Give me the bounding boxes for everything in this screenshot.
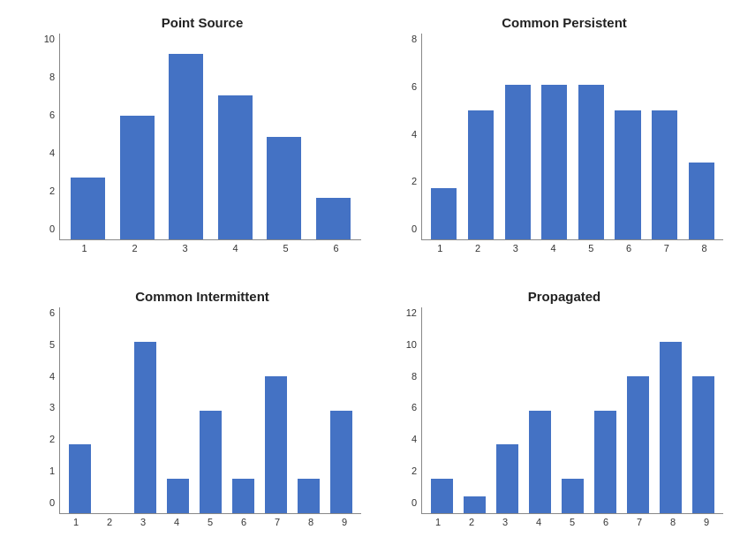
bar-group-2: [499, 34, 536, 239]
y-tick: 2: [412, 465, 417, 476]
chart-propagated: Propagated121086420123456789: [370, 280, 732, 554]
bar-7: [660, 342, 683, 513]
bar-6: [627, 376, 650, 513]
y-axis-common-intermittent: 6543210: [43, 307, 59, 527]
x-label-7: 8: [294, 514, 328, 527]
x-label-4: 5: [193, 514, 227, 527]
bar-8: [330, 411, 353, 514]
bar-group-6: [622, 307, 654, 513]
bar-group-4: [260, 34, 309, 239]
bar-5: [615, 110, 640, 239]
x-labels-common-intermittent: 123456789: [59, 514, 361, 527]
y-tick: 4: [412, 434, 417, 444]
y-tick: 12: [406, 307, 417, 318]
bar-group-5: [309, 34, 359, 239]
bar-5: [594, 411, 617, 514]
chart-title-common-persistent: Common Persistent: [405, 15, 723, 30]
bar-1: [120, 116, 155, 239]
y-tick: 1: [49, 465, 55, 476]
x-label-1: 2: [455, 514, 488, 527]
y-tick: 10: [44, 34, 55, 44]
x-label-7: 8: [656, 514, 690, 527]
y-tick: 6: [49, 110, 55, 120]
chart-inner-common-persistent: 12345678: [421, 34, 723, 254]
bar-group-3: [211, 34, 261, 239]
x-label-5: 6: [227, 514, 261, 527]
chart-area-common-intermittent: 6543210123456789: [43, 307, 361, 527]
bar-4: [562, 479, 585, 513]
bar-0: [431, 188, 457, 239]
chart-inner-common-intermittent: 123456789: [59, 307, 361, 527]
x-label-0: 1: [59, 514, 93, 527]
y-tick: 6: [49, 307, 55, 318]
x-label-1: 2: [109, 240, 160, 254]
x-labels-propagated: 123456789: [421, 514, 723, 527]
chart-area-common-persistent: 8642012345678: [405, 34, 723, 254]
bar-group-1: [458, 307, 491, 513]
x-label-4: 5: [572, 240, 610, 254]
bar-group-5: [609, 34, 646, 239]
y-tick: 2: [412, 176, 417, 186]
bar-group-2: [129, 307, 162, 513]
x-label-2: 3: [497, 240, 535, 254]
bars-area-common-persistent: [421, 34, 723, 240]
bar-group-3: [536, 34, 573, 239]
bar-group-7: [292, 307, 325, 513]
y-tick: 2: [49, 185, 55, 196]
chart-inner-point-source: 123456: [59, 34, 361, 254]
bar-group-0: [426, 34, 463, 239]
chart-common-intermittent: Common Intermittent6543210123456789: [8, 280, 370, 554]
bar-3: [218, 95, 253, 239]
chart-common-persistent: Common Persistent8642012345678: [370, 6, 732, 280]
chart-title-common-intermittent: Common Intermittent: [43, 289, 361, 304]
bar-1: [468, 110, 494, 239]
chart-title-point-source: Point Source: [43, 15, 361, 30]
bars-area-point-source: [59, 34, 361, 240]
bar-group-7: [654, 307, 687, 513]
bar-group-0: [64, 307, 96, 513]
bar-0: [69, 444, 92, 513]
chart-point-source: Point Source1086420123456: [8, 6, 370, 280]
y-tick: 3: [49, 402, 55, 412]
bar-2: [134, 342, 157, 513]
y-tick: 8: [412, 371, 417, 382]
y-tick: 4: [49, 371, 55, 382]
bar-5: [232, 479, 255, 513]
x-labels-point-source: 123456: [59, 240, 361, 254]
bar-group-1: [463, 34, 500, 239]
y-tick: 0: [49, 497, 55, 508]
bar-4: [267, 137, 301, 240]
bar-3: [541, 85, 567, 239]
x-label-0: 1: [59, 240, 109, 254]
bar-0: [71, 178, 105, 239]
x-label-5: 6: [311, 240, 361, 254]
bar-3: [529, 411, 552, 514]
x-label-3: 4: [210, 240, 261, 254]
bar-5: [316, 198, 351, 239]
bar-3: [167, 479, 190, 513]
bar-group-4: [556, 307, 589, 513]
bar-group-2: [491, 307, 524, 513]
y-axis-common-persistent: 86420: [405, 34, 421, 254]
bar-2: [169, 54, 203, 239]
y-axis-point-source: 1086420: [43, 34, 59, 254]
x-label-6: 7: [261, 514, 294, 527]
x-label-1: 2: [93, 514, 126, 527]
bar-group-6: [646, 34, 683, 239]
y-tick: 8: [412, 34, 417, 44]
bar-group-5: [227, 307, 260, 513]
bar-group-6: [260, 307, 292, 513]
bar-6: [652, 110, 677, 239]
x-label-3: 4: [534, 240, 572, 254]
chart-area-point-source: 1086420123456: [43, 34, 361, 254]
charts-grid: Point Source1086420123456Common Persiste…: [8, 6, 732, 554]
bars-area-common-intermittent: [59, 307, 361, 514]
y-tick: 2: [49, 434, 55, 444]
bar-group-1: [96, 307, 129, 513]
x-labels-common-persistent: 12345678: [421, 240, 723, 254]
chart-title-propagated: Propagated: [405, 289, 723, 304]
x-label-2: 3: [160, 240, 210, 254]
y-axis-propagated: 121086420: [405, 307, 421, 527]
x-label-2: 3: [126, 514, 160, 527]
bar-group-0: [64, 34, 113, 239]
